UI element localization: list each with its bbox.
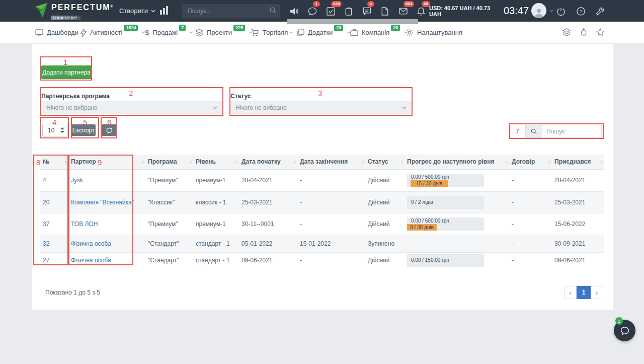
table-summary: Показано 1 до 5 з 5 [45,289,100,296]
create-button[interactable]: Створити [119,0,155,22]
column-header-status[interactable]: Статус↑↓ [365,155,405,169]
notifications-bell-icon[interactable]: 60 [414,4,429,19]
monitor-icon [35,29,43,36]
nav-item-dashboards[interactable]: Дашборди [35,22,78,43]
clipboard-icon[interactable] [341,4,356,19]
sound-icon[interactable] [287,4,302,19]
sort-icon[interactable]: ↑↓ [64,159,67,165]
nav-item-addons[interactable]: Додатки 23 [297,22,353,43]
column-header-program[interactable]: Програма↑↓ [145,155,193,169]
column-header-num[interactable]: №↑↓ [40,155,68,169]
progress-widget: 0.00 / 150.00 грн [407,254,484,267]
refresh-button[interactable] [102,124,116,136]
stack-icon[interactable] [562,28,571,38]
partner-id-link[interactable]: 4 [43,177,46,184]
pagination-next-button[interactable]: › [591,286,603,299]
chat-notifications-icon[interactable]: 1 [305,4,320,19]
table-search-input[interactable] [542,125,602,138]
brand-text: PERFECTUM® CRM+ERP [51,3,114,21]
program-cell: "Стандарт" [145,235,193,252]
sort-icon[interactable]: ↑↓ [400,159,403,165]
layers-icon [195,29,203,37]
page-size-select[interactable]: 10 [42,124,68,136]
column-header-start-date[interactable]: Дата початку↑↓ [239,155,297,169]
flame-icon[interactable] [580,28,587,38]
global-search-input[interactable] [182,8,270,15]
level-cell: премиум-1 [193,169,239,191]
sort-icon[interactable]: ↑↓ [505,159,508,165]
column-header-end-date[interactable]: Дата закінчення↑↓ [297,155,365,169]
nav-item-sales[interactable]: $ Продажі 7 [145,22,195,43]
sort-icon[interactable]: ↑↓ [547,159,550,165]
nav-item-projects[interactable]: Проекти 225 [195,22,255,43]
partner-id-link[interactable]: 37 [43,221,49,228]
table-search-button[interactable] [525,125,542,138]
chevron-down-icon [289,31,293,34]
partner-link[interactable]: Фізична особа [71,240,111,247]
sort-icon[interactable]: ↑↓ [189,159,192,165]
progress-cell: 0.00 / 500.00 грн 9 / 30 днів [405,213,509,235]
partner-link[interactable]: Jysk [71,177,83,184]
nav-item-trade[interactable]: Торгівля [251,22,295,43]
statistics-icon[interactable] [160,6,169,17]
gear-icon [406,29,414,37]
progress-widget: 0.00 / 500.00 грн 9 / 30 днів [407,217,484,231]
column-header-joined[interactable]: Приєднався↑↓ [552,155,604,169]
partner-id-link[interactable]: 20 [43,199,49,206]
column-header-progress[interactable]: Прогрес до наступного рівня↑↓ [405,155,509,169]
nav-label: Продажі [152,29,178,36]
sort-icon[interactable]: ↑↓ [293,159,296,165]
comments-icon[interactable]: 4 [359,4,374,19]
sort-icon[interactable]: ↑↓ [141,159,144,165]
progress-days-track: 9 / 30 днів [407,224,484,231]
user-menu[interactable] [531,3,553,18]
star-icon[interactable] [596,28,604,38]
brand-name: PERFECTUM [51,3,111,12]
program-filter-label: Партнерська програма [41,93,110,100]
pagination-page-1[interactable]: 1 [577,286,591,299]
chat-bubble-icon [620,326,630,336]
nav-badge-company: 20 [391,25,400,31]
sort-icon[interactable]: ↑↓ [361,159,364,165]
column-header-partner[interactable]: Партнер↑↓ [68,155,145,169]
sort-icon[interactable]: ↑↓ [600,159,603,165]
tasks-icon[interactable]: 249 [323,4,338,19]
partner-id-link[interactable]: 32 [43,240,49,247]
nav-item-settings[interactable]: Налаштування [406,22,462,43]
tools-icon[interactable] [592,4,607,19]
add-partner-button[interactable]: Додати партнера [41,65,92,79]
mail-icon[interactable]: 964 [395,4,411,19]
brand-logo[interactable]: PERFECTUM® CRM+ERP [35,3,114,21]
brand-reg-mark: ® [111,5,114,8]
status-cell: Дійсний [365,213,405,235]
sort-icon[interactable]: ↑↓ [234,159,237,165]
search-icon[interactable] [270,7,276,16]
pagination-prev-button[interactable]: ‹ [564,286,577,299]
partner-link[interactable]: Компания "Всезнайка" [71,199,134,206]
nav-badge-activities: 1824 [124,25,138,31]
updown-icon [60,127,64,133]
logout-icon[interactable] [553,4,569,19]
help-icon[interactable]: ? [573,4,588,19]
end-date-cell: - [297,169,365,191]
progress-money-bar: 0.00 / 500.00 грн [407,217,484,224]
status-filter-select[interactable]: Нічого не вибрано [230,101,412,114]
program-filter-select[interactable]: Нічого не вибрано [41,101,222,114]
nav-item-activities[interactable]: Активності 1824 [80,22,147,43]
end-date-cell: - [297,252,365,268]
documents-icon[interactable] [377,4,392,19]
partner-link[interactable]: Фізична особа [71,257,111,264]
joined-cell: 30-09-2021 [552,235,604,252]
partner-id-link[interactable]: 27 [43,257,49,264]
nav-item-company[interactable]: Компанія 20 [350,22,410,43]
table-row: 32 Фізична особа "Стандарт" стандарт - 1… [40,235,604,252]
joined-cell: 09-06-2021 [552,252,604,268]
start-date-cell: 09-06-2021 [239,252,297,268]
column-header-contract[interactable]: Договір↑↓ [509,155,552,169]
partner-link[interactable]: ТОВ ЛОН [71,221,98,228]
export-button[interactable]: Експорт [71,124,96,136]
column-header-level[interactable]: Рівень↑↓ [193,155,239,169]
support-chat-badge: 1 [615,317,623,325]
popup-scrollbar-strip [287,19,418,24]
cart-icon [251,29,259,37]
